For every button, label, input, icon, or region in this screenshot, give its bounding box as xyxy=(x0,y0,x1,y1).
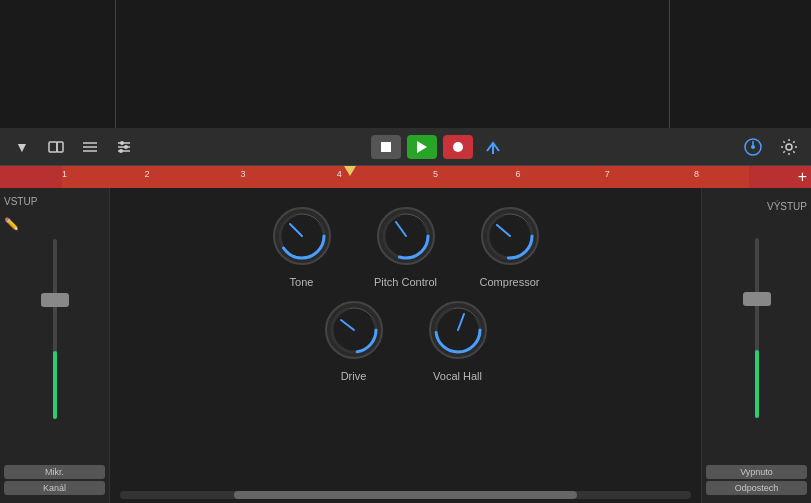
playhead[interactable] xyxy=(344,166,356,176)
vocal-hall-knob[interactable] xyxy=(426,298,490,362)
odpostech-button[interactable]: Odpostech xyxy=(706,481,807,495)
mixer-button[interactable] xyxy=(110,133,138,161)
input-fader-thumb[interactable] xyxy=(41,293,69,307)
ruler-inner: 1 2 3 4 5 6 7 8 xyxy=(62,166,749,188)
tone-knob-container: Tone xyxy=(270,204,334,288)
toolbar-center xyxy=(144,133,733,161)
fader-level-indicator xyxy=(53,351,57,419)
svg-point-17 xyxy=(751,145,755,149)
add-track-button[interactable]: + xyxy=(798,166,807,188)
horizontal-scrollbar[interactable] xyxy=(120,491,691,499)
ruler-mark-7: 7 xyxy=(605,169,610,179)
ruler-mark-1: 1 xyxy=(62,169,67,179)
ruler-mark-4: 4 xyxy=(337,169,342,179)
right-vertical-line xyxy=(669,0,670,128)
svg-marker-12 xyxy=(417,141,427,153)
svg-point-13 xyxy=(453,142,463,152)
svg-point-10 xyxy=(119,149,123,153)
output-fader-thumb[interactable] xyxy=(743,292,771,306)
kanal-button[interactable]: Kanál xyxy=(4,481,105,495)
toolbar: ▼ xyxy=(0,128,811,166)
output-channel-strip: VÝSTUP Vypnuto Odpostech xyxy=(701,188,811,503)
settings-button[interactable] xyxy=(775,133,803,161)
ruler-mark-6: 6 xyxy=(515,169,520,179)
output-fader-container xyxy=(706,218,807,457)
compressor-label: Compressor xyxy=(480,276,540,288)
svg-rect-1 xyxy=(57,142,63,152)
ruler-mark-2: 2 xyxy=(144,169,149,179)
input-channel-bottom: Mikr. Kanál xyxy=(4,465,105,495)
svg-point-18 xyxy=(786,144,792,150)
vocal-hall-knob-container: Vocal Hall xyxy=(426,298,490,382)
ruler-mark-8: 8 xyxy=(694,169,699,179)
svg-rect-11 xyxy=(381,142,391,152)
pitch-control-label: Pitch Control xyxy=(374,276,437,288)
tone-label: Tone xyxy=(290,276,314,288)
svg-point-8 xyxy=(124,145,128,149)
play-button[interactable] xyxy=(407,135,437,159)
drive-label: Drive xyxy=(341,370,367,382)
pitch-control-knob-container: Pitch Control xyxy=(374,204,438,288)
ruler-mark-3: 3 xyxy=(241,169,246,179)
upload-button[interactable] xyxy=(479,133,507,161)
output-fader-level-indicator xyxy=(755,350,759,418)
top-area xyxy=(0,0,811,128)
input-channel-strip: VSTUP ✏️ Mikr. Kanál xyxy=(0,188,110,503)
tuner-button[interactable] xyxy=(739,133,767,161)
vstup-label: VSTUP xyxy=(4,196,37,207)
left-vertical-line xyxy=(115,0,116,128)
drive-knob[interactable] xyxy=(322,298,386,362)
tone-knob[interactable] xyxy=(270,204,334,268)
knobs-row-2: Drive Vocal Hall xyxy=(322,298,490,382)
record-button[interactable] xyxy=(443,135,473,159)
ruler: 1 2 3 4 5 6 7 8 xyxy=(62,166,749,188)
drive-knob-container: Drive xyxy=(322,298,386,382)
svg-point-6 xyxy=(120,141,124,145)
list-button[interactable] xyxy=(76,133,104,161)
svg-rect-0 xyxy=(49,142,57,152)
mikr-button[interactable]: Mikr. xyxy=(4,465,105,479)
knobs-row-1: Tone Pitch Control xyxy=(270,204,542,288)
input-fader-container xyxy=(4,239,105,457)
compressor-knob-container: Compressor xyxy=(478,204,542,288)
stop-button[interactable] xyxy=(371,135,401,159)
pitch-control-knob[interactable] xyxy=(374,204,438,268)
vocal-hall-label: Vocal Hall xyxy=(433,370,482,382)
ruler-mark-5: 5 xyxy=(433,169,438,179)
output-channel-bottom: Vypnuto Odpostech xyxy=(706,465,807,495)
vypnuto-button[interactable]: Vypnuto xyxy=(706,465,807,479)
main-content: VSTUP ✏️ Mikr. Kanál xyxy=(0,188,811,503)
compressor-knob[interactable] xyxy=(478,204,542,268)
vystup-label: VÝSTUP xyxy=(767,201,807,212)
loop-button[interactable] xyxy=(42,133,70,161)
scrollbar-thumb xyxy=(234,491,577,499)
pencil-icon[interactable]: ✏️ xyxy=(4,217,19,231)
toolbar-left: ▼ xyxy=(8,133,138,161)
center-knobs-area: Tone Pitch Control xyxy=(110,188,701,503)
toolbar-right xyxy=(739,133,803,161)
dropdown-button[interactable]: ▼ xyxy=(8,133,36,161)
